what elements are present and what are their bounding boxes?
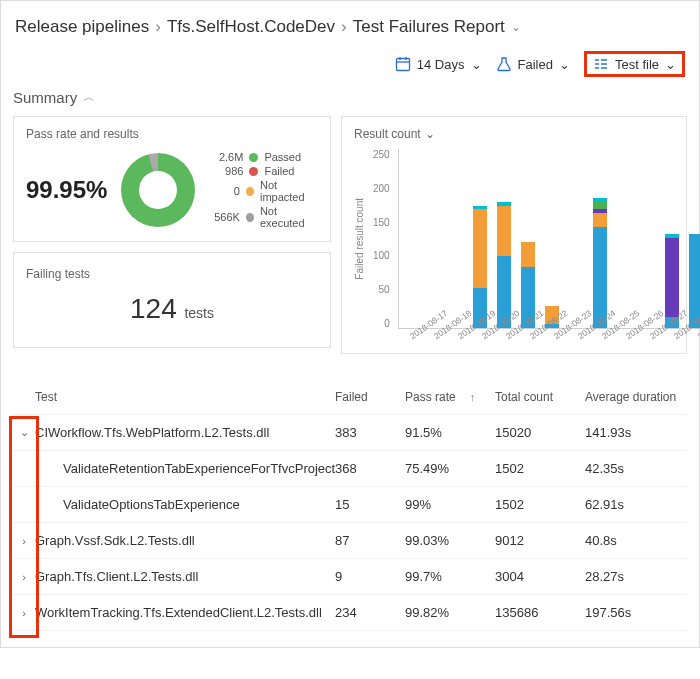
- failing-tests-card: Failing tests 124 tests: [13, 252, 331, 348]
- total-count: 15020: [495, 425, 585, 440]
- col-passrate[interactable]: Pass rate↑: [405, 390, 495, 404]
- chart-title[interactable]: Result count ⌄: [354, 127, 674, 141]
- pass-rate: 99.82%: [405, 605, 495, 620]
- legend-row: 566KNot executed: [209, 205, 318, 229]
- total-count: 3004: [495, 569, 585, 584]
- test-name: ValidateRetentionTabExperienceForTfvcPro…: [35, 461, 335, 476]
- filter-group-by[interactable]: Test file ⌄: [584, 51, 685, 77]
- chart-xaxis: 2018-08-172018-08-182018-08-192018-08-20…: [404, 333, 674, 343]
- breadcrumb-root[interactable]: Release pipelines: [15, 17, 149, 37]
- legend-row: 2.6MPassed: [209, 151, 318, 163]
- chevron-down-icon: ⌄: [425, 127, 435, 141]
- svg-rect-0: [396, 59, 409, 71]
- highlight-expand-column: [9, 416, 39, 638]
- table-row[interactable]: › Graph.Vssf.Sdk.L2.Tests.dll 87 99.03% …: [13, 523, 687, 559]
- pass-rate-value: 99.95%: [26, 176, 107, 204]
- pass-rate: 75.49%: [405, 461, 495, 476]
- avg-duration: 42.35s: [585, 461, 685, 476]
- chevron-down-icon: ⌄: [665, 57, 676, 72]
- total-count: 9012: [495, 533, 585, 548]
- col-total[interactable]: Total count: [495, 390, 585, 404]
- group-icon: [593, 56, 609, 72]
- pass-rate-card: Pass rate and results 99.95% 2.6MPassed9…: [13, 116, 331, 242]
- total-count: 1502: [495, 497, 585, 512]
- test-name: WorkItemTracking.Tfs.ExtendedClient.L2.T…: [35, 605, 335, 620]
- card-title: Pass rate and results: [26, 127, 318, 141]
- test-name: Graph.Tfs.Client.L2.Tests.dll: [35, 569, 335, 584]
- failed-count: 9: [335, 569, 405, 584]
- legend-row: 0Not impacted: [209, 179, 318, 203]
- test-name: Graph.Vssf.Sdk.L2.Tests.dll: [35, 533, 335, 548]
- failing-count: 124: [130, 293, 177, 324]
- filter-date-range[interactable]: 14 Days ⌄: [395, 56, 482, 72]
- pass-rate: 99.7%: [405, 569, 495, 584]
- col-failed[interactable]: Failed: [335, 390, 405, 404]
- bar[interactable]: [473, 206, 487, 328]
- breadcrumb: Release pipelines › Tfs.SelfHost.CodeDev…: [15, 17, 687, 37]
- test-name: CIWorkflow.Tfs.WebPlatform.L2.Tests.dll: [35, 425, 335, 440]
- bar[interactable]: [593, 198, 607, 328]
- result-count-chart: Result count ⌄ Failed result count 25020…: [341, 116, 687, 354]
- legend-dot: [249, 153, 258, 162]
- sort-asc-icon: ↑: [470, 391, 476, 403]
- col-test[interactable]: Test: [35, 390, 335, 404]
- avg-duration: 40.8s: [585, 533, 685, 548]
- failed-count: 383: [335, 425, 405, 440]
- pass-rate: 99%: [405, 497, 495, 512]
- table-row[interactable]: › Graph.Tfs.Client.L2.Tests.dll 9 99.7% …: [13, 559, 687, 595]
- failing-unit: tests: [184, 305, 214, 321]
- filter-outcome[interactable]: Failed ⌄: [496, 56, 570, 72]
- chart-ylabel: Failed result count: [354, 198, 365, 280]
- avg-duration: 62.91s: [585, 497, 685, 512]
- chevron-down-icon: ⌄: [471, 57, 482, 72]
- chevron-down-icon[interactable]: ⌄: [511, 20, 521, 34]
- card-title: Failing tests: [26, 267, 318, 281]
- col-avg[interactable]: Average duration: [585, 390, 685, 404]
- test-name: ValidateOptionsTabExperience: [35, 497, 335, 512]
- failed-count: 87: [335, 533, 405, 548]
- legend-dot: [249, 167, 258, 176]
- flask-icon: [496, 56, 512, 72]
- summary-header[interactable]: Summary ︿: [13, 89, 687, 106]
- chevron-right-icon: ›: [341, 17, 347, 37]
- table-row[interactable]: ⌄ CIWorkflow.Tfs.WebPlatform.L2.Tests.dl…: [13, 415, 687, 451]
- legend-row: 986Failed: [209, 165, 318, 177]
- pass-rate: 91.5%: [405, 425, 495, 440]
- breadcrumb-current[interactable]: Test Failures Report: [353, 17, 505, 37]
- legend: 2.6MPassed986Failed0Not impacted566KNot …: [209, 149, 318, 231]
- chart-bars: [398, 149, 700, 329]
- avg-duration: 141.93s: [585, 425, 685, 440]
- pass-rate-donut: [121, 153, 195, 227]
- failed-count: 234: [335, 605, 405, 620]
- chart-yaxis: 250200150100500: [373, 149, 390, 329]
- chevron-up-icon: ︿: [83, 89, 95, 106]
- legend-dot: [246, 187, 254, 196]
- total-count: 1502: [495, 461, 585, 476]
- breadcrumb-pipeline[interactable]: Tfs.SelfHost.CodeDev: [167, 17, 335, 37]
- chevron-right-icon: ›: [155, 17, 161, 37]
- table-row[interactable]: › WorkItemTracking.Tfs.ExtendedClient.L2…: [13, 595, 687, 631]
- table-header: Test Failed Pass rate↑ Total count Avera…: [13, 380, 687, 415]
- table-row[interactable]: ValidateRetentionTabExperienceForTfvcPro…: [13, 451, 687, 487]
- calendar-icon: [395, 56, 411, 72]
- failed-count: 368: [335, 461, 405, 476]
- legend-dot: [246, 213, 254, 222]
- failed-count: 15: [335, 497, 405, 512]
- chevron-down-icon: ⌄: [559, 57, 570, 72]
- table-row[interactable]: ValidateOptionsTabExperience 15 99% 1502…: [13, 487, 687, 523]
- total-count: 135686: [495, 605, 585, 620]
- bar[interactable]: [497, 202, 511, 328]
- pass-rate: 99.03%: [405, 533, 495, 548]
- avg-duration: 28.27s: [585, 569, 685, 584]
- avg-duration: 197.56s: [585, 605, 685, 620]
